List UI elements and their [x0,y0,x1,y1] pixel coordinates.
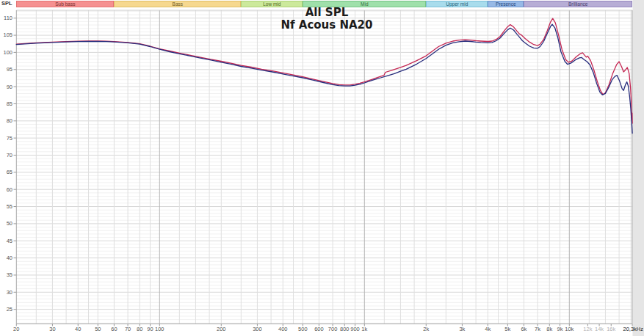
band-sub-bass: Sub bass [16,1,114,7]
y-tick-label: 70 [7,152,12,158]
x-tick-label: 3k [459,326,465,332]
y-tick-label: 95 [7,66,12,73]
y-tick-label: 55 [7,203,12,210]
x-tick-label: 7k [535,326,540,332]
x-tick-label: 8k [546,326,552,332]
x-tick-label: 800 [340,326,350,332]
x-tick-label: 6k [521,326,527,332]
x-tick-label: 30 [49,326,55,332]
frequency-response-plot: 1101051009590858075706560555045403530252… [0,0,644,336]
x-tick-label: 90 [147,326,153,332]
y-tick-label: 40 [7,255,12,261]
y-tick-label: 110 [4,15,12,21]
outside-margin [633,0,644,336]
y-tick-label: 100 [3,49,12,56]
y-axis-unit-label: SPL [1,0,12,7]
band-label: Low mid [263,1,281,7]
x-tick-label: 20,3kHz [623,326,643,332]
x-tick-label: 300 [253,326,262,332]
x-tick-label: 20 [13,326,19,332]
band-upper-mid: Upper mid [426,1,488,7]
band-brilliance: Brilliance [524,1,632,7]
y-tick-label: 60 [7,186,12,193]
x-tick-label: 2k [423,326,429,332]
y-tick-label: 75 [7,135,12,142]
band-label: Presence [496,1,515,7]
band-label: Sub bass [55,1,75,7]
y-tick-label: 65 [7,169,12,175]
x-tick-label: 80 [137,326,142,332]
band-presence: Presence [488,1,524,7]
spl-chart-window: SPL Sub bassBassLow midMidUpper midPrese… [0,0,644,336]
x-tick-label: 900 [350,326,360,332]
x-tick-label: 12k [583,326,592,332]
y-tick-label: 30 [7,289,12,296]
x-tick-label: 500 [298,326,308,332]
x-tick-label: 4k [485,326,491,332]
x-tick-label: 10k [565,326,574,332]
y-tick-label: 50 [7,220,12,227]
y-tick-label: 80 [7,117,12,124]
y-tick-label: 90 [7,84,12,90]
x-tick-label: 700 [328,326,338,332]
x-tick-label: 400 [278,326,288,332]
y-tick-label: 45 [7,238,12,244]
x-tick-label: 14k [595,326,604,332]
band-label: Brilliance [568,1,587,7]
y-tick-label: 85 [7,101,12,107]
plot-area[interactable] [16,10,632,324]
band-label: Bass [173,1,183,7]
x-tick-label: 40 [75,326,81,332]
band-low-mid: Low mid [241,1,303,7]
x-tick-label: 60 [111,326,117,332]
x-tick-label: 16k [607,326,615,332]
x-tick-label: 5k [504,326,510,332]
x-tick-label: 9k [557,326,563,332]
band-mid: Mid [303,1,426,7]
band-bass: Bass [114,1,241,7]
y-tick-label: 35 [7,271,12,278]
x-tick-label: 70 [125,326,131,332]
x-tick-label: 200 [217,326,226,332]
y-tick-label: 25 [7,306,12,313]
frequency-band-strip: Sub bassBassLow midMidUpper midPresenceB… [0,0,644,7]
x-tick-label: 50 [95,326,101,332]
band-label: Mid [361,1,368,7]
band-label: Upper mid [446,1,468,7]
x-tick-label: 600 [314,326,324,332]
x-tick-label: 1k [361,326,367,332]
x-tick-label: 100 [155,326,164,332]
y-tick-label: 105 [3,32,12,38]
